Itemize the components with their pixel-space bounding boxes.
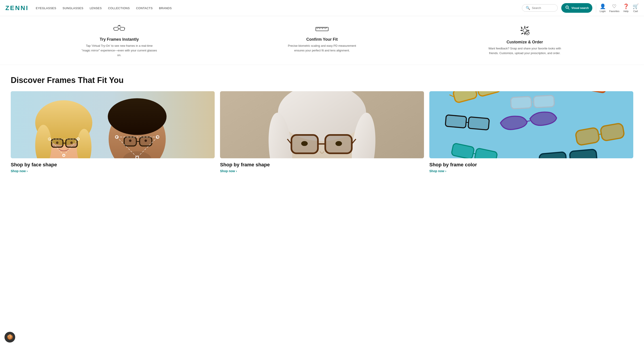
svg-point-71	[336, 141, 342, 146]
card-frame-shape-link[interactable]: Shop now ›	[220, 169, 237, 173]
card-face-shape-link-text: Shop now	[11, 169, 26, 173]
feature-customize: Customize & Order Want feedback? Snap an…	[487, 25, 563, 56]
svg-point-35	[70, 142, 73, 144]
svg-point-22	[523, 28, 526, 32]
feature-customize-desc: Want feedback? Snap and share your favor…	[487, 46, 563, 56]
svg-rect-81	[445, 115, 466, 128]
feature-try-frames-desc: Tap 'Virtual Try-On' to see new frames i…	[81, 44, 157, 58]
card-frame-color[interactable]: Shop by frame color Shop now ›	[429, 91, 633, 173]
card-face-shape-subtitle: Shop by face shape	[11, 162, 215, 168]
svg-point-51	[144, 140, 147, 142]
try-frames-icon	[81, 25, 157, 34]
svg-point-12	[119, 25, 120, 26]
nav-collections[interactable]: COLLECTIONS	[108, 6, 130, 10]
svg-rect-89	[570, 149, 597, 158]
card-face-shape-image	[11, 91, 215, 158]
favorites-button[interactable]: ♡ Favorites	[609, 4, 620, 12]
navigation: ZENNI EYEGLASSES SUNGLASSES LENSES COLLE…	[0, 0, 644, 16]
svg-rect-91	[511, 96, 532, 109]
svg-point-70	[301, 141, 308, 146]
svg-point-0	[566, 6, 568, 9]
cart-icon: 🛒	[632, 4, 639, 10]
feature-try-frames: Try Frames Instantly Tap 'Virtual Try-On…	[81, 25, 157, 58]
svg-rect-8	[120, 27, 124, 30]
favorites-label: Favorites	[609, 10, 620, 12]
cart-button[interactable]: 🛒 Cart	[632, 4, 639, 12]
cards-grid: Shop by face shape Shop now ›	[11, 91, 633, 173]
confirm-fit-icon	[284, 25, 360, 34]
search-input[interactable]	[532, 6, 554, 10]
card-frame-shape-arrow: ›	[236, 169, 237, 173]
heart-icon: ♡	[612, 4, 616, 10]
search-bar[interactable]: 🔍	[522, 4, 558, 12]
card-frame-color-image	[429, 91, 633, 158]
feature-customize-title: Customize & Order	[487, 40, 563, 44]
login-label: Login	[600, 10, 606, 12]
svg-rect-95	[600, 123, 624, 141]
nav-brands[interactable]: BRANDS	[159, 6, 172, 10]
card-frame-color-link-text: Shop now	[429, 169, 444, 173]
help-label: Help	[624, 10, 628, 12]
nav-contacts[interactable]: CONTACTS	[136, 6, 153, 10]
svg-line-84	[527, 121, 530, 122]
discover-section: Discover Frames That Fit You	[0, 65, 644, 180]
cart-label: Cart	[633, 10, 638, 12]
svg-line-87	[473, 154, 476, 154]
nav-links: EYEGLASSES SUNGLASSES LENSES COLLECTIONS…	[36, 6, 522, 10]
svg-rect-82	[468, 117, 489, 130]
svg-line-96	[598, 134, 601, 134]
card-face-shape-arrow: ›	[26, 169, 28, 173]
nav-right-actions: 🔍 Visual search 👤 Login	[522, 3, 639, 13]
svg-point-45	[108, 98, 166, 135]
svg-rect-94	[575, 128, 600, 146]
svg-line-1	[568, 8, 569, 10]
search-icon: 🔍	[526, 6, 530, 10]
svg-line-83	[466, 122, 468, 122]
card-frame-color-arrow: ›	[445, 169, 446, 173]
customize-icon	[487, 25, 563, 37]
feature-confirm-fit: Confirm Your Fit Precise biometric scali…	[284, 25, 360, 53]
help-icon: ❓	[623, 4, 629, 10]
visual-search-icon	[565, 5, 570, 11]
svg-point-23	[526, 31, 529, 35]
nav-lenses[interactable]: LENSES	[90, 6, 102, 10]
svg-rect-7	[114, 27, 118, 30]
login-icon: 👤	[600, 4, 606, 10]
features-strip: Try Frames Instantly Tap 'Virtual Try-On…	[0, 16, 644, 65]
svg-rect-92	[534, 95, 554, 108]
nav-sunglasses[interactable]: SUNGLASSES	[62, 6, 84, 10]
login-button[interactable]: 👤 Login	[600, 4, 606, 12]
visual-search-label: Visual search	[572, 6, 589, 10]
visual-search-button[interactable]: Visual search	[561, 3, 592, 13]
svg-point-50	[129, 140, 132, 142]
feature-confirm-fit-title: Confirm Your Fit	[284, 37, 360, 42]
brand-logo[interactable]: ZENNI	[5, 4, 28, 12]
svg-line-93	[531, 102, 534, 102]
discover-title: Discover Frames That Fit You	[11, 76, 633, 85]
card-frame-shape[interactable]: Shop by frame shape Shop now ›	[220, 91, 424, 173]
svg-point-2	[566, 6, 568, 8]
card-frame-shape-subtitle: Shop by frame shape	[220, 162, 424, 168]
feature-try-frames-title: Try Frames Instantly	[81, 37, 157, 42]
card-face-shape-link[interactable]: Shop now ›	[11, 169, 28, 173]
feature-confirm-fit-desc: Precise biometric scaling and easy PD me…	[284, 44, 360, 53]
card-frame-color-link[interactable]: Shop now ›	[429, 169, 446, 173]
card-frame-color-subtitle: Shop by frame color	[429, 162, 633, 168]
help-button[interactable]: ❓ Help	[623, 4, 629, 12]
nav-eyeglasses[interactable]: EYEGLASSES	[36, 6, 56, 10]
svg-point-34	[56, 142, 58, 144]
card-face-shape[interactable]: Shop by face shape Shop now ›	[11, 91, 215, 173]
card-frame-shape-image	[220, 91, 424, 158]
card-frame-shape-link-text: Shop now	[220, 169, 235, 173]
nav-divider	[596, 4, 596, 12]
